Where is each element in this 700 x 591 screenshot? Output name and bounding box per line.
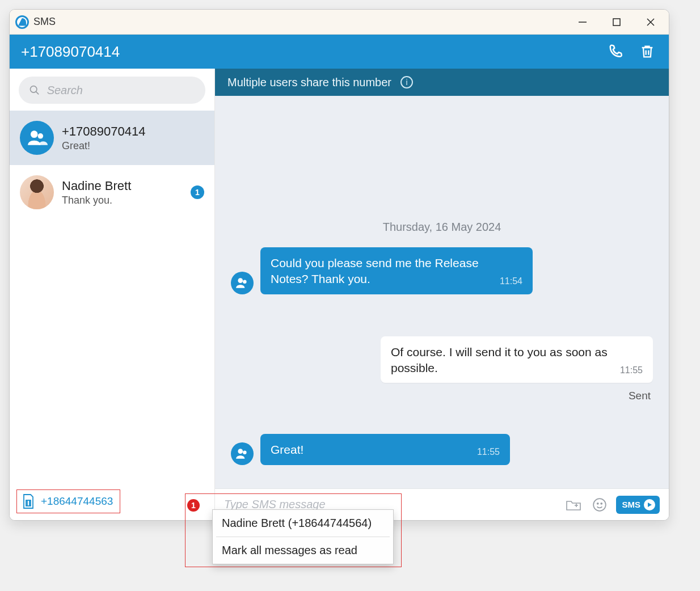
message-time: 11:55 xyxy=(477,446,500,458)
search-field[interactable] xyxy=(19,77,205,104)
emoji-button[interactable] xyxy=(590,495,609,514)
conversation-item[interactable]: +17089070414 Great! xyxy=(10,111,214,165)
svg-point-14 xyxy=(243,450,247,454)
avatar xyxy=(20,121,54,155)
svg-point-12 xyxy=(243,280,247,284)
avatar xyxy=(231,272,254,294)
close-button[interactable] xyxy=(640,13,661,31)
trash-icon xyxy=(639,44,655,60)
conversation-preview: Thank you. xyxy=(62,195,183,206)
search-input[interactable] xyxy=(47,84,195,97)
conversation-item[interactable]: Nadine Brett Thank you. 1 xyxy=(10,165,214,219)
message-row: Of course. I will send it to you as soon… xyxy=(231,336,653,383)
call-button[interactable] xyxy=(606,41,627,62)
sidebar: +17089070414 Great! Nadine Brett Thank y… xyxy=(10,69,215,520)
message-row: Could you please send me the Release Not… xyxy=(231,247,653,294)
window-title: SMS xyxy=(33,16,56,28)
svg-point-11 xyxy=(238,278,243,283)
message-time: 11:55 xyxy=(620,364,643,377)
group-icon xyxy=(235,446,250,461)
group-icon xyxy=(26,127,48,149)
send-icon xyxy=(644,499,655,510)
conversation-header: +17089070414 xyxy=(10,35,669,69)
svg-point-13 xyxy=(238,449,243,454)
phone-icon xyxy=(608,43,625,60)
attach-button[interactable] xyxy=(564,495,583,514)
date-separator: Thursday, 16 May 2024 xyxy=(231,221,653,234)
sms-window: SMS +17089070414 xyxy=(9,9,669,521)
close-icon xyxy=(646,18,655,27)
context-menu: Nadine Brett (+18644744564) Mark all mes… xyxy=(212,509,394,564)
context-menu-item[interactable]: Nadine Brett (+18644744564) xyxy=(213,510,393,537)
shared-number-notice: Multiple users share this number i xyxy=(215,69,669,96)
conversation-name: +17089070414 xyxy=(62,124,204,139)
message-bubble-incoming[interactable]: Could you please send me the Release Not… xyxy=(260,247,533,294)
avatar xyxy=(20,175,54,209)
header-phone-number: +17089070414 xyxy=(21,43,120,61)
sim-number: +18644744563 xyxy=(41,495,113,508)
sim-icon xyxy=(22,493,35,509)
minimize-icon xyxy=(578,18,587,27)
avatar xyxy=(231,442,254,465)
conversation-preview: Great! xyxy=(62,140,204,152)
unread-badge: 1 xyxy=(191,185,204,199)
message-text: Could you please send me the Release Not… xyxy=(271,255,488,288)
svg-line-5 xyxy=(36,91,39,94)
maximize-button[interactable] xyxy=(606,13,627,31)
conversation-name: Nadine Brett xyxy=(62,179,183,193)
message-text: Great! xyxy=(271,442,466,458)
svg-point-7 xyxy=(38,133,44,139)
chat-panel: Multiple users share this number i Thurs… xyxy=(215,69,669,520)
app-icon xyxy=(15,15,29,29)
svg-point-19 xyxy=(601,503,602,504)
titlebar: SMS xyxy=(10,10,669,35)
search-icon xyxy=(29,84,40,96)
folder-plus-icon xyxy=(566,498,581,512)
message-list[interactable]: Thursday, 16 May 2024 Could you please s… xyxy=(215,96,669,488)
conversation-list: +17089070414 Great! Nadine Brett Thank y… xyxy=(10,111,214,485)
svg-point-17 xyxy=(594,499,606,511)
callout-badge: 1 xyxy=(187,499,200,512)
message-row: Great! 11:55 xyxy=(231,434,653,465)
message-bubble-incoming[interactable]: Great! 11:55 xyxy=(260,434,510,465)
minimize-button[interactable] xyxy=(572,13,593,31)
message-bubble-outgoing[interactable]: Of course. I will send it to you as soon… xyxy=(381,336,653,383)
svg-point-18 xyxy=(597,503,598,504)
message-status: Sent xyxy=(231,390,653,402)
send-button[interactable]: SMS xyxy=(616,496,660,514)
notice-text: Multiple users share this number xyxy=(227,76,391,89)
message-text: Of course. I will send it to you as soon… xyxy=(391,344,609,377)
svg-rect-1 xyxy=(613,19,620,26)
svg-marker-20 xyxy=(648,503,652,507)
maximize-icon xyxy=(613,18,621,26)
message-time: 11:54 xyxy=(500,275,522,288)
svg-point-4 xyxy=(30,86,36,92)
group-icon xyxy=(235,276,250,290)
send-label: SMS xyxy=(622,500,640,509)
smiley-icon xyxy=(592,497,607,512)
svg-point-6 xyxy=(31,130,38,138)
info-icon[interactable]: i xyxy=(400,76,413,88)
sim-number-chip[interactable]: +18644744563 xyxy=(16,489,120,513)
context-menu-item[interactable]: Mark all messages as read xyxy=(213,537,393,564)
window-controls xyxy=(572,13,663,31)
delete-button[interactable] xyxy=(637,41,657,62)
